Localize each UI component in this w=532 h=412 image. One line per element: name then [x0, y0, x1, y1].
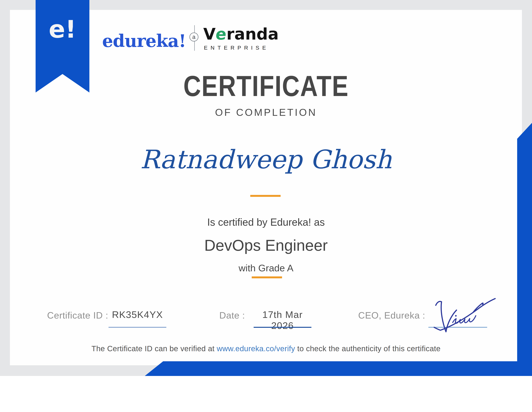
ceo-signature: [425, 297, 498, 334]
date-underline: [254, 327, 311, 328]
date-label: Date :: [219, 310, 245, 320]
veranda-letter-v: V: [203, 25, 216, 43]
certificate-page: e! edureka! a Veranda ENTERPRISE CERTIFI…: [0, 0, 532, 412]
certificate-id-underline: [109, 327, 166, 328]
bottom-blue-band: [145, 361, 532, 376]
recipient-name: Ratnadweep Ghosh: [0, 144, 532, 175]
signature-flourish: [441, 299, 495, 330]
certificate-title-text: CERTIFICATE: [183, 72, 349, 101]
right-blue-bar: [517, 123, 532, 376]
orange-divider-top: [250, 195, 281, 197]
brand-logo-row: edureka! a Veranda ENTERPRISE: [102, 24, 279, 57]
certificate-id-label: Certificate ID :: [47, 310, 108, 320]
signature-i-dot: [455, 315, 457, 317]
signature-ineet-stroke: [453, 316, 476, 323]
ceo-label: CEO, Edureka :: [358, 310, 425, 320]
signature-lead-in: [434, 327, 440, 330]
grade-line: with Grade A: [0, 263, 532, 274]
certificate-id-value: RK35K4YX: [109, 309, 166, 320]
orange-divider-bottom: [252, 276, 282, 278]
signature-v-stroke: [436, 302, 456, 332]
course-role-title: DevOps Engineer: [0, 236, 532, 254]
verify-prefix-text: The Certificate ID can be verified at: [91, 344, 217, 353]
veranda-logo: Veranda ENTERPRISE: [203, 26, 279, 51]
verify-link[interactable]: www.edureka.co/verify: [217, 344, 295, 353]
verify-suffix-text: to check the authenticity of this certif…: [295, 344, 440, 353]
certificate-subtitle: OF COMPLETION: [0, 107, 532, 118]
veranda-letters-randa: randa: [227, 25, 279, 43]
logo-separator-line: a: [194, 25, 195, 51]
edureka-logo: edureka!: [102, 32, 186, 49]
veranda-leaf-e-icon: e: [215, 26, 227, 42]
veranda-enterprise-label: ENTERPRISE: [204, 45, 279, 51]
edureka-monogram-icon: e!: [49, 17, 76, 41]
verification-line: The Certificate ID can be verified at ww…: [0, 344, 532, 353]
certified-by-line: Is certified by Edureka! as: [0, 216, 532, 228]
date-value: 17th Mar 2026: [251, 309, 314, 331]
veranda-wordmark: Veranda: [203, 26, 279, 42]
connector-a-badge: a: [190, 33, 198, 41]
